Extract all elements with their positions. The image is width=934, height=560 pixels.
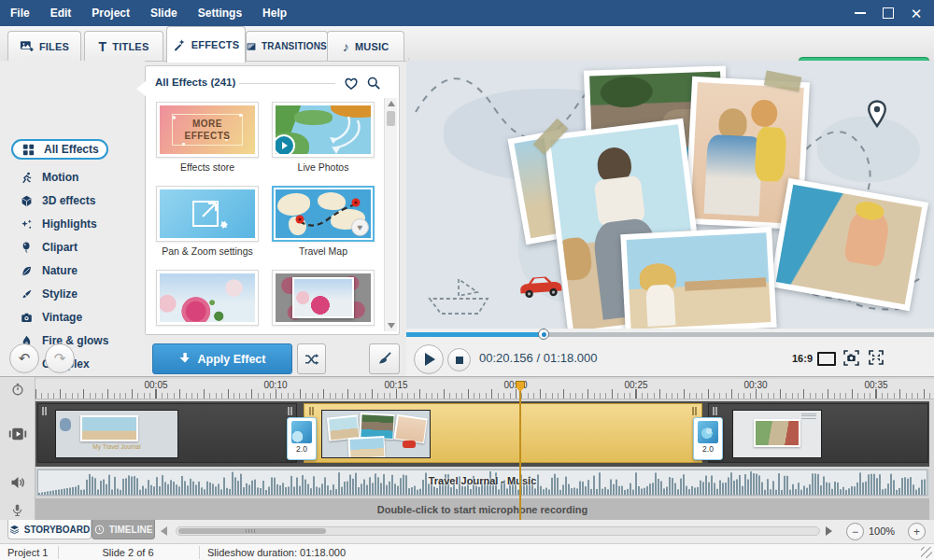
snapshot-button[interactable]: [843, 350, 859, 366]
timeline-slide-1[interactable]: My Travel Journal: [37, 403, 297, 463]
tab-effects-label: EFFECTS: [191, 39, 240, 50]
camera-snapshot-icon: [843, 350, 859, 366]
seek-bar[interactable]: [406, 329, 934, 342]
titles-t-icon: T: [99, 39, 107, 54]
apply-effect-button[interactable]: Apply Effect: [152, 343, 292, 374]
effects-scrollbar-thumb[interactable]: [387, 111, 395, 126]
window-resize-grip[interactable]: [921, 547, 932, 558]
trim-handle-left[interactable]: [713, 407, 717, 415]
random-transition-button[interactable]: [297, 343, 326, 374]
effect-card-effects-store[interactable]: MORE EFFECTS: [156, 102, 259, 158]
redo-button[interactable]: ↷: [45, 343, 75, 373]
category-stylize[interactable]: Stylize: [11, 283, 133, 305]
slide-preview-canvas[interactable]: Edit Slide: [406, 61, 934, 329]
seek-handle[interactable]: [538, 329, 549, 340]
category-highlights[interactable]: Highlights: [11, 213, 133, 235]
menu-settings[interactable]: Settings: [188, 0, 252, 26]
effects-panel: All Effects (241) MORE EFFECTS Effects s…: [145, 65, 400, 335]
undo-button[interactable]: ↶: [9, 343, 39, 373]
play-icon: [425, 353, 435, 366]
category-label: Nature: [42, 264, 78, 277]
tab-music[interactable]: ♪ MUSIC: [327, 31, 404, 61]
redo-icon: ↷: [54, 350, 66, 367]
category-label: 3D effects: [42, 194, 95, 207]
timeline-hscrollbar[interactable]: [176, 526, 820, 536]
storyboard-tab[interactable]: STORYBOARD: [7, 520, 92, 539]
category-clipart[interactable]: Clipart: [11, 236, 133, 259]
timeline-slide-2-selected[interactable]: [304, 403, 702, 463]
menu-edit[interactable]: Edit: [40, 0, 82, 26]
balloon-icon: [21, 242, 33, 254]
effect-card-flowers-collage[interactable]: [272, 270, 375, 326]
clear-effect-button[interactable]: [369, 343, 400, 374]
maximize-button[interactable]: [874, 0, 902, 26]
minimize-button[interactable]: [846, 0, 874, 26]
favorite-heart-badge[interactable]: ♥: [351, 218, 369, 236]
video-track-header[interactable]: [0, 401, 35, 467]
shuffle-icon: [304, 352, 319, 367]
trim-handle-left[interactable]: [42, 407, 47, 415]
play-button[interactable]: [414, 344, 444, 374]
trim-handle-right[interactable]: [692, 407, 697, 415]
menu-help[interactable]: Help: [252, 0, 297, 26]
effect-card-travel-map[interactable]: ♥: [272, 186, 375, 242]
trim-handle-left[interactable]: [309, 407, 314, 415]
tab-files[interactable]: FILES: [7, 31, 81, 61]
favorites-button[interactable]: [343, 76, 360, 91]
red-car-decoration: [516, 272, 566, 300]
scroll-left-button[interactable]: [161, 526, 167, 536]
category-label: Motion: [42, 171, 78, 184]
timeline-slide-3[interactable]: [708, 403, 928, 463]
music-track[interactable]: Travel Journal - Music: [35, 469, 929, 497]
scroll-down-icon: [388, 323, 395, 329]
fullscreen-button[interactable]: [869, 350, 884, 365]
transition-chip-1[interactable]: 2.0: [287, 417, 317, 460]
timeline-hscrollbar-thumb[interactable]: [178, 528, 326, 534]
category-vintage[interactable]: Vintage: [11, 306, 133, 329]
letterbox-toggle-button[interactable]: [817, 352, 836, 366]
effect-card-live-photos[interactable]: [272, 102, 375, 158]
audio-track-label: Travel Journal - Music: [35, 475, 929, 486]
image-plus-icon: [20, 39, 34, 53]
fullscreen-icon: [869, 350, 884, 365]
flowers-collage-thumbnail: [276, 273, 371, 322]
tab-transitions[interactable]: TRANSITIONS: [246, 31, 328, 61]
effect-card-pan-zoom[interactable]: [156, 186, 259, 242]
play-badge-icon: [276, 134, 295, 154]
tab-effects[interactable]: EFFECTS: [166, 26, 246, 63]
menu-slide[interactable]: Slide: [140, 0, 188, 26]
retro-camera-icon: [21, 312, 33, 324]
zoom-out-button[interactable]: −: [846, 523, 864, 540]
effect-label: Pan & Zoom settings: [156, 245, 259, 257]
menu-project[interactable]: Project: [81, 0, 140, 26]
category-nature[interactable]: Nature: [11, 259, 133, 282]
audio-track-header[interactable]: [0, 469, 35, 497]
playhead-line[interactable]: [519, 391, 521, 520]
transition-chip-2[interactable]: 2.0: [693, 417, 723, 460]
zoom-in-button[interactable]: +: [908, 523, 926, 540]
video-track[interactable]: My Travel Journal: [35, 401, 929, 467]
timeline-ruler[interactable]: 00:05 00:10 00:15 00:20 00:25 00:30 00:3…: [35, 379, 934, 399]
category-all-effects[interactable]: All Effects: [11, 139, 108, 160]
tab-transitions-label: TRANSITIONS: [262, 41, 327, 51]
search-button[interactable]: [366, 76, 381, 91]
playback-time: 00:20.156 / 01:18.000: [479, 351, 598, 365]
effects-scrollbar[interactable]: [384, 98, 397, 331]
maximize-icon: [883, 7, 894, 19]
category-motion[interactable]: Motion: [11, 166, 133, 189]
effect-categories-sidebar: All Effects Motion 3D effects Highlights…: [0, 61, 145, 376]
arrow-down-icon: [179, 353, 191, 365]
trim-handle-right[interactable]: [288, 407, 292, 415]
close-button[interactable]: ✕: [902, 0, 930, 26]
broom-icon: [376, 351, 392, 367]
tab-titles[interactable]: T TITLES: [84, 31, 163, 61]
timeline-tab[interactable]: TIMELINE: [92, 520, 155, 539]
microphone-icon: [11, 503, 23, 518]
category-3d-effects[interactable]: 3D effects: [11, 189, 133, 212]
stop-button[interactable]: [447, 348, 471, 371]
panel-pointer-notch: [136, 81, 146, 96]
minimize-icon: [855, 12, 866, 14]
effect-card-flowers[interactable]: [156, 270, 259, 326]
menu-file[interactable]: File: [0, 0, 40, 26]
scroll-right-button[interactable]: [826, 526, 832, 536]
